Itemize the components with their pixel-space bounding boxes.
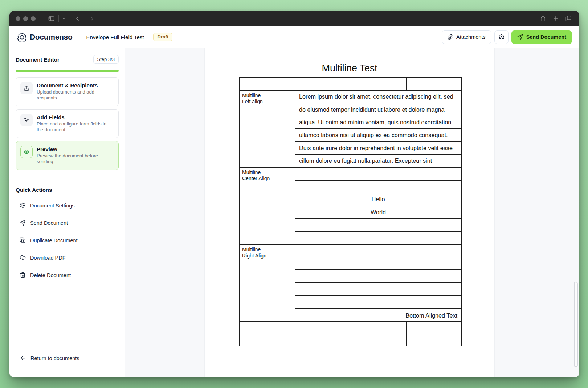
quick-action-label: Send Document (30, 220, 68, 226)
quick-action-label: Document Settings (30, 203, 75, 209)
section-label-right-align: Multiline Right Align (240, 245, 295, 321)
titlebar (9, 11, 579, 26)
arrow-left-icon (20, 355, 26, 361)
table-row (295, 257, 461, 269)
document-page: Multiline Test Multiline Left align Lore… (204, 48, 495, 377)
send-icon (517, 34, 523, 40)
quick-action-download-pdf[interactable]: Download PDF (20, 255, 119, 261)
table-footer-cell (240, 322, 295, 346)
table-header-cell (350, 78, 406, 90)
quick-action-duplicate-document[interactable]: Duplicate Document (20, 237, 119, 243)
step-card-title: Preview (37, 146, 114, 152)
table-row: Hello (295, 193, 461, 205)
app-header: Documenso Envelope Full Field Test Draft… (9, 26, 579, 48)
status-badge: Draft (153, 33, 172, 41)
eye-icon (20, 146, 33, 158)
download-icon (20, 255, 26, 261)
quick-action-label: Duplicate Document (30, 238, 78, 243)
table-row: ullamco laboris nisi ut aliquip ex ea co… (295, 129, 461, 141)
step-card-title: Document & Recipients (37, 82, 114, 88)
share-icon[interactable] (540, 15, 546, 22)
send-document-button[interactable]: Send Document (511, 30, 572, 44)
section-label-left-align: Multiline Left align (240, 91, 295, 167)
table-row (295, 232, 461, 244)
close-window-button[interactable] (16, 16, 20, 21)
brand[interactable]: Documenso (17, 33, 73, 42)
table-row: cillum dolore eu fugiat nulla pariatur. … (295, 155, 461, 167)
upload-icon (20, 82, 33, 94)
document-title: Envelope Full Field Test (86, 34, 144, 40)
table-row (295, 270, 461, 282)
quick-action-delete-document[interactable]: Delete Document (20, 272, 119, 278)
step-card-add-fields[interactable]: Add Fields Place and configure form fiel… (16, 109, 119, 138)
titlebar-separator (58, 15, 59, 22)
duplicate-icon (20, 237, 26, 243)
step-card-preview[interactable]: Preview Preview the document before send… (16, 141, 119, 170)
table-footer-cell (350, 322, 406, 346)
attachments-button[interactable]: Attachments (442, 30, 491, 44)
documenso-logo-icon (17, 33, 26, 42)
attachments-label: Attachments (456, 34, 486, 40)
gear-icon (498, 34, 505, 40)
zoom-window-button[interactable] (31, 16, 36, 21)
table-row: Bottom Aligned Text (295, 309, 461, 321)
quick-action-send-document[interactable]: Send Document (20, 220, 119, 226)
section-label-center-align: Multiline Center Align (240, 168, 295, 244)
progress-bar (16, 70, 119, 72)
step-card-title: Add Fields (37, 114, 114, 120)
step-badge: Step 3/3 (93, 55, 119, 64)
send-document-label: Send Document (526, 34, 566, 40)
table-header-cell (240, 78, 295, 90)
step-card-description: Preview the document before sending (37, 153, 114, 165)
table-row: do eiusmod tempor incididunt ut labore e… (295, 103, 461, 115)
table-row: Duis aute irure dolor in reprehenderit i… (295, 142, 461, 154)
table-row (295, 168, 461, 179)
browser-window: Documenso Envelope Full Field Test Draft… (9, 11, 579, 377)
table-row (295, 296, 461, 308)
trash-icon (20, 272, 26, 278)
settings-button[interactable] (494, 30, 509, 44)
document-table: Multiline Left align Lorem ipsum dolor s… (239, 77, 462, 346)
paperclip-icon (448, 34, 453, 40)
brand-name: Documenso (30, 33, 73, 41)
cursor-icon (20, 114, 33, 126)
send-icon (20, 220, 26, 226)
vertical-scrollbar[interactable] (574, 282, 578, 367)
sidebar-toggle-icon[interactable] (48, 15, 55, 22)
table-footer-cell (295, 322, 350, 346)
sidebar-title: Document Editor (16, 57, 60, 63)
new-tab-icon[interactable] (552, 15, 559, 22)
document-preview-area: Multiline Test Multiline Left align Lore… (125, 48, 579, 377)
table-row (295, 219, 461, 231)
quick-action-document-settings[interactable]: Document Settings (20, 202, 119, 209)
document-heading: Multiline Test (205, 63, 494, 74)
gear-icon (20, 202, 26, 209)
forward-icon[interactable] (89, 15, 95, 22)
chevron-down-icon[interactable] (62, 17, 66, 21)
step-card-documents-recipients[interactable]: Document & Recipients Upload documents a… (16, 77, 119, 106)
quick-action-label: Download PDF (30, 255, 66, 261)
return-to-documents-link[interactable]: Return to documents (20, 355, 79, 361)
table-row: aliqua. Ut enim ad minim veniam, quis no… (295, 116, 461, 128)
minimize-window-button[interactable] (23, 16, 28, 21)
step-card-description: Upload documents and add recipients (37, 89, 114, 101)
tab-overview-icon[interactable] (565, 15, 572, 22)
header-divider (80, 32, 80, 42)
table-row: World (295, 206, 461, 218)
quick-action-label: Delete Document (30, 272, 71, 278)
table-header-cell (407, 78, 461, 90)
back-icon[interactable] (74, 15, 81, 22)
table-row (295, 245, 461, 257)
step-card-description: Place and configure form fields in the d… (37, 121, 114, 133)
table-row: Lorem ipsum dolor sit amet, consectetur … (295, 91, 461, 103)
quick-actions-title: Quick Actions (16, 187, 119, 193)
document-editor-sidebar: Document Editor Step 3/3 Document & Reci… (9, 48, 125, 377)
table-header-cell (295, 78, 350, 90)
table-row (295, 181, 461, 193)
table-row (295, 283, 461, 295)
return-to-documents-label: Return to documents (30, 355, 79, 361)
table-footer-cell (407, 322, 461, 346)
